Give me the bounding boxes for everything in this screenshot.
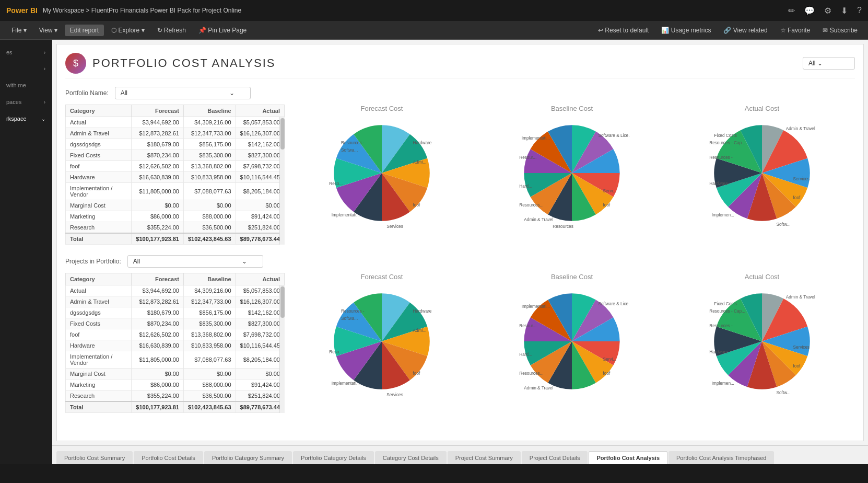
svg-text:Resources: Resources xyxy=(553,224,573,229)
menu-view[interactable]: View ▾ xyxy=(34,25,63,36)
settings-icon[interactable]: ⚙ xyxy=(824,6,831,16)
pie-baseline-2[interactable]: Implementati... Software & Lice... Resou… xyxy=(514,284,629,399)
table-row: foof$12,626,502.00$13,368,802.00$7,698,7… xyxy=(66,329,285,340)
cell-category: Actual xyxy=(66,117,132,128)
svg-text:Hardware: Hardware xyxy=(709,181,728,186)
scroll-indicator-2[interactable] xyxy=(279,285,285,413)
edit-icon[interactable]: ✏ xyxy=(788,6,795,16)
data-row-1: Category Forecast Baseline Actual Actual… xyxy=(65,105,855,245)
tab-portfolio-category-summary[interactable]: Portfolio Category Summary xyxy=(204,451,292,464)
svg-text:Hardware: Hardware xyxy=(413,141,432,145)
svg-text:Implementati...: Implementati... xyxy=(332,213,360,217)
reset-to-default-btn[interactable]: ↩ Reset to default xyxy=(594,25,653,36)
tab-project-cost-details[interactable]: Project Cost Details xyxy=(522,451,588,464)
sidebar-label-shared: with me xyxy=(6,82,26,88)
menu-explore[interactable]: ⬡ Explore ▾ xyxy=(106,25,149,36)
sidebar-item-shared[interactable]: with me xyxy=(0,77,52,94)
sidebar-item-workspace[interactable]: rkspace ⌄ xyxy=(0,110,52,127)
svg-text:Admin & Travel: Admin & Travel xyxy=(786,126,815,131)
cell-baseline: $856,175.00 xyxy=(183,139,236,150)
view-related-btn[interactable]: 🔗 View related xyxy=(719,25,771,36)
usage-metrics-btn[interactable]: 📊 Usage metrics xyxy=(657,25,715,36)
svg-text:Fixed Costs: Fixed Costs xyxy=(714,302,737,306)
sidebar-item-1[interactable]: es › xyxy=(0,44,52,61)
cell-forecast: $870,234.00 xyxy=(132,150,184,161)
section-portfolio: Portfolio Name: All ⌄ Category F xyxy=(65,87,855,245)
total-cell-baseline: $102,423,845.63 xyxy=(183,401,236,413)
sidebar-item-2[interactable]: › xyxy=(0,61,52,77)
cell-baseline: $835,300.00 xyxy=(183,318,236,329)
col2-header-category: Category xyxy=(66,273,132,285)
cell-category: Implementation / Vendor xyxy=(66,351,132,369)
tab-portfolio-cost-details[interactable]: Portfolio Cost Details xyxy=(134,451,203,464)
cell-actual: $142,162.00 xyxy=(236,139,284,150)
pie-actual-2[interactable]: Fixed Costs Admin & Travel Resources - S… xyxy=(705,284,819,399)
table-row: Hardware$16,630,839.00$10,833,958.00$10,… xyxy=(66,340,285,351)
chart-forecast-1: Forecast Cost xyxy=(289,105,475,245)
cell-actual: $10,116,544.45 xyxy=(236,340,284,351)
menu-file[interactable]: File ▾ xyxy=(6,25,32,36)
cell-baseline: $4,309,216.00 xyxy=(183,117,236,128)
menu-refresh[interactable]: ↻ Refresh xyxy=(152,25,191,36)
total-cell-baseline: $102,423,845.63 xyxy=(183,233,236,245)
menu-edit-report[interactable]: Edit report xyxy=(65,25,104,36)
pie-forecast-2[interactable]: Resources - Softwa... Hardware Admi... f… xyxy=(324,284,439,399)
cell-actual: $91,424.00 xyxy=(236,380,284,390)
cell-category: Admin & Travel xyxy=(66,128,132,139)
cell-forecast: $180,679.00 xyxy=(132,307,184,318)
svg-text:Implementati...: Implementati... xyxy=(522,136,550,141)
download-icon[interactable]: ⬇ xyxy=(841,6,848,16)
cell-forecast: $11,805,000.00 xyxy=(132,351,184,369)
pie-baseline-1[interactable]: Implementati... Software & Lice... Resou… xyxy=(514,116,629,231)
menu-pin-live[interactable]: 📌 Pin Live Page xyxy=(193,25,252,36)
cell-forecast: $180,679.00 xyxy=(132,139,184,150)
portfolio-dropdown-value: All xyxy=(121,89,127,97)
chart-title-actual-2: Actual Cost xyxy=(745,273,779,281)
favorite-btn[interactable]: ☆ Favorite xyxy=(776,25,815,36)
sidebar-label-workspace: rkspace xyxy=(6,116,27,122)
table-row: Hardware$16,630,839.00$10,833,958.00$10,… xyxy=(66,172,285,183)
sidebar: es › › with me paces › rkspace ⌄ xyxy=(0,40,52,464)
cell-category: Marginal Cost xyxy=(66,369,132,380)
scroll-indicator-1[interactable] xyxy=(279,117,285,245)
svg-text:Resources -: Resources - xyxy=(709,324,733,328)
table-row: Marketing$86,000.00$88,000.00$91,424.00 xyxy=(66,380,285,390)
tab-portfolio-cost-summary[interactable]: Portfolio Cost Summary xyxy=(56,451,133,464)
tab-category-cost-details[interactable]: Category Cost Details xyxy=(375,451,447,464)
header-all-dropdown[interactable]: All ⌄ xyxy=(803,57,855,70)
cell-actual: $827,300.00 xyxy=(236,318,284,329)
svg-text:Admi...: Admi... xyxy=(413,160,427,165)
tab-project-cost-summary[interactable]: Project Cost Summary xyxy=(448,451,521,464)
chart-title-forecast-1: Forecast Cost xyxy=(361,105,403,112)
svg-text:Servi...: Servi... xyxy=(603,357,617,362)
comments-icon[interactable]: 💬 xyxy=(804,6,815,16)
cell-forecast: $12,873,282.61 xyxy=(132,296,184,307)
total-cell-forecast: $100,177,923.81 xyxy=(132,233,184,245)
sidebar-item-spaces[interactable]: paces › xyxy=(0,94,52,110)
cell-category: dgssdgsdgs xyxy=(66,307,132,318)
svg-text:Softw...: Softw... xyxy=(777,222,791,227)
tab-portfolio-category-details[interactable]: Portfolio Category Details xyxy=(293,451,374,464)
table-row: Actual$3,944,692.00$4,309,216.00$5,057,8… xyxy=(66,117,285,128)
tab-portfolio-cost-analysis[interactable]: Portfolio Cost Analysis xyxy=(589,451,667,464)
help-icon[interactable]: ? xyxy=(857,6,862,15)
cell-actual: $8,205,184.00 xyxy=(236,183,284,200)
pie-actual-1[interactable]: Fixed Costs Admin & Travel Resources - S… xyxy=(705,116,819,231)
projects-dropdown-value: All xyxy=(133,258,140,265)
tab-portfolio-cost-analysis-timephased[interactable]: Portfolio Cost Analysis Timephased xyxy=(668,451,774,464)
col2-header-baseline: Baseline xyxy=(183,273,236,285)
chart-baseline-2: Baseline Cost xyxy=(479,273,665,413)
svg-text:Admi...: Admi... xyxy=(413,328,427,333)
cell-actual: $16,126,307.00 xyxy=(236,128,284,139)
cell-category: Hardware xyxy=(66,340,132,351)
cell-baseline: $10,833,958.00 xyxy=(183,340,236,351)
svg-text:Softwa...: Softwa... xyxy=(341,316,358,321)
table-row: dgssdgsdgs$180,679.00$856,175.00$142,162… xyxy=(66,139,285,150)
chart-title-baseline-2: Baseline Cost xyxy=(551,273,593,281)
svg-text:Resour...: Resour... xyxy=(519,324,536,328)
pie-forecast-1[interactable]: Resources - Softwa... Hardware Admi... f… xyxy=(324,116,439,231)
header-dropdown-value: All xyxy=(808,60,815,67)
projects-dropdown[interactable]: All ⌄ xyxy=(127,255,263,268)
subscribe-btn[interactable]: ✉ Subscribe xyxy=(818,25,862,36)
portfolio-dropdown[interactable]: All ⌄ xyxy=(115,87,251,99)
